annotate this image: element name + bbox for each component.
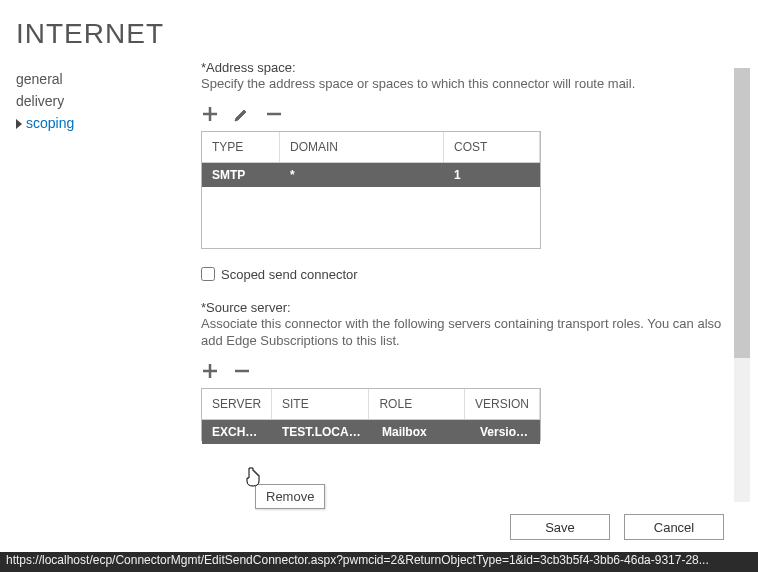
source-server-help: Associate this connector with the follow… bbox=[201, 315, 724, 350]
cell-site: TEST.LOCAL/C... bbox=[272, 420, 372, 444]
col-site[interactable]: SITE bbox=[272, 389, 369, 419]
cell-role: Mailbox bbox=[372, 420, 470, 444]
nav-general[interactable]: general bbox=[16, 68, 165, 90]
cell-cost: 1 bbox=[444, 163, 540, 187]
address-space-help: Specify the address space or spaces to w… bbox=[201, 75, 724, 93]
cell-server: EXCHA... bbox=[202, 420, 272, 444]
nav-scoping[interactable]: scoping bbox=[16, 112, 165, 134]
col-server[interactable]: SERVER bbox=[202, 389, 272, 419]
add-icon[interactable] bbox=[201, 105, 219, 123]
edit-icon[interactable] bbox=[233, 105, 251, 123]
address-space-label: *Address space: bbox=[201, 60, 724, 75]
source-grid: SERVER SITE ROLE VERSION EXCHA... TEST.L… bbox=[201, 388, 541, 441]
scrollbar[interactable] bbox=[734, 68, 750, 502]
col-role[interactable]: ROLE bbox=[369, 389, 465, 419]
remove-tooltip: Remove bbox=[255, 484, 325, 509]
cancel-button[interactable]: Cancel bbox=[624, 514, 724, 540]
remove-icon[interactable] bbox=[233, 362, 251, 380]
col-version[interactable]: VERSION bbox=[465, 389, 540, 419]
table-row[interactable]: EXCHA... TEST.LOCAL/C... Mailbox Version… bbox=[202, 420, 540, 444]
save-button[interactable]: Save bbox=[510, 514, 610, 540]
source-server-label: *Source server: bbox=[201, 300, 724, 315]
caret-icon bbox=[16, 119, 22, 129]
nav-delivery[interactable]: delivery bbox=[16, 90, 165, 112]
cell-domain: * bbox=[280, 163, 444, 187]
scoped-checkbox-row: Scoped send connector bbox=[201, 267, 724, 282]
scoped-label: Scoped send connector bbox=[221, 267, 358, 282]
col-type[interactable]: TYPE bbox=[202, 132, 280, 162]
cell-type: SMTP bbox=[202, 163, 280, 187]
source-grid-header: SERVER SITE ROLE VERSION bbox=[202, 389, 540, 420]
page-title: INTERNET bbox=[0, 0, 758, 60]
nav-scoping-label: scoping bbox=[26, 115, 74, 131]
address-grid: TYPE DOMAIN COST SMTP * 1 bbox=[201, 131, 541, 249]
status-bar: https://localhost/ecp/ConnectorMgmt/Edit… bbox=[0, 552, 758, 572]
add-icon[interactable] bbox=[201, 362, 219, 380]
address-grid-header: TYPE DOMAIN COST bbox=[202, 132, 540, 163]
sidebar: general delivery scoping bbox=[0, 60, 165, 502]
table-row[interactable]: SMTP * 1 bbox=[202, 163, 540, 187]
dialog-footer: Save Cancel bbox=[0, 502, 758, 552]
source-toolbar bbox=[201, 362, 724, 380]
address-toolbar bbox=[201, 105, 724, 123]
cell-version: Version ... bbox=[470, 420, 540, 444]
col-cost[interactable]: COST bbox=[444, 132, 540, 162]
scoped-checkbox[interactable] bbox=[201, 267, 215, 281]
scroll-thumb[interactable] bbox=[734, 68, 750, 358]
remove-icon[interactable] bbox=[265, 105, 283, 123]
col-domain[interactable]: DOMAIN bbox=[280, 132, 444, 162]
